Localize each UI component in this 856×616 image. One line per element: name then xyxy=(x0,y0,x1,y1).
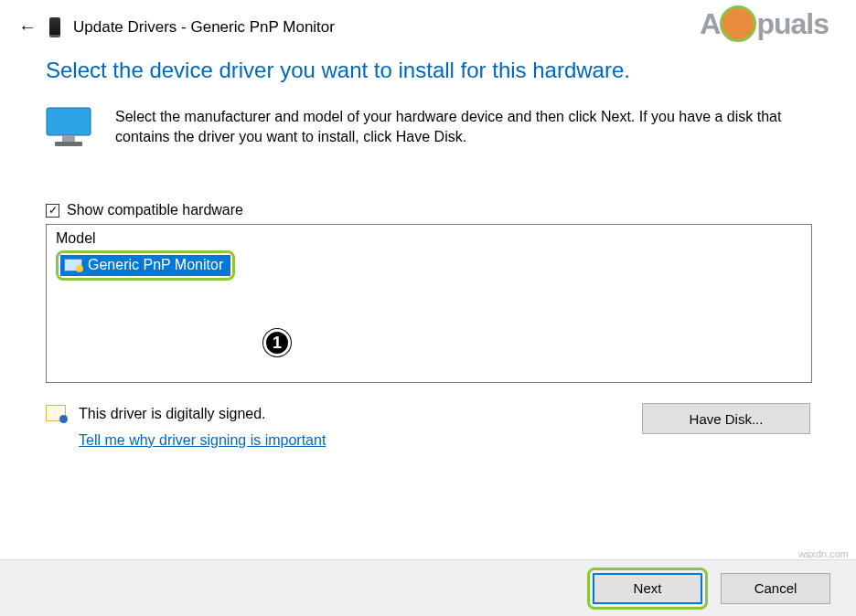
intro-text: Select the manufacturer and model of you… xyxy=(115,107,810,147)
annotation-highlight-1: Generic PnP Monitor xyxy=(56,250,235,281)
monitor-icon xyxy=(46,107,91,147)
button-bar: Next Cancel xyxy=(0,559,856,616)
svg-rect-1 xyxy=(62,135,75,142)
watermark: A puals xyxy=(700,5,829,42)
svg-rect-0 xyxy=(47,108,91,135)
back-button[interactable]: ← xyxy=(18,16,37,37)
cancel-button[interactable]: Cancel xyxy=(721,573,830,604)
compatible-hardware-label: Show compatible hardware xyxy=(67,202,243,218)
driver-signing-link[interactable]: Tell me why driver signing is important xyxy=(79,428,326,454)
model-list-item[interactable]: Generic PnP Monitor xyxy=(60,255,230,276)
model-list-header: Model xyxy=(56,230,802,247)
window-title: Update Drivers - Generic PnP Monitor xyxy=(73,18,335,37)
page-heading: Select the device driver you want to ins… xyxy=(46,58,810,83)
source-tag: wsxdn.com xyxy=(798,548,849,559)
device-icon xyxy=(49,17,60,37)
signature-block: This driver is digitally signed. Tell me… xyxy=(79,401,326,454)
watermark-text-left: A xyxy=(700,7,720,41)
model-item-label: Generic PnP Monitor xyxy=(88,257,223,273)
compatible-hardware-checkbox[interactable]: ✓ xyxy=(46,204,59,218)
content-area: Select the device driver you want to ins… xyxy=(0,47,856,454)
have-disk-button[interactable]: Have Disk... xyxy=(642,403,810,434)
compatible-hardware-row: ✓ Show compatible hardware xyxy=(46,202,810,218)
watermark-text-right: puals xyxy=(756,7,829,41)
svg-rect-2 xyxy=(55,142,82,146)
signature-row: This driver is digitally signed. Tell me… xyxy=(46,401,810,454)
model-list: Model Generic PnP Monitor xyxy=(46,224,812,383)
annotation-highlight-2: Next xyxy=(587,568,708,610)
driver-icon xyxy=(64,259,82,271)
intro-row: Select the manufacturer and model of you… xyxy=(46,107,810,147)
watermark-avatar-icon xyxy=(720,5,756,42)
annotation-badge-1: 1 xyxy=(263,329,291,356)
update-drivers-dialog: A puals ← Update Drivers - Generic PnP M… xyxy=(0,0,856,616)
certificate-icon xyxy=(46,405,66,421)
signature-text: This driver is digitally signed. xyxy=(79,401,326,428)
next-button[interactable]: Next xyxy=(593,573,702,604)
checkmark-icon: ✓ xyxy=(48,205,58,216)
